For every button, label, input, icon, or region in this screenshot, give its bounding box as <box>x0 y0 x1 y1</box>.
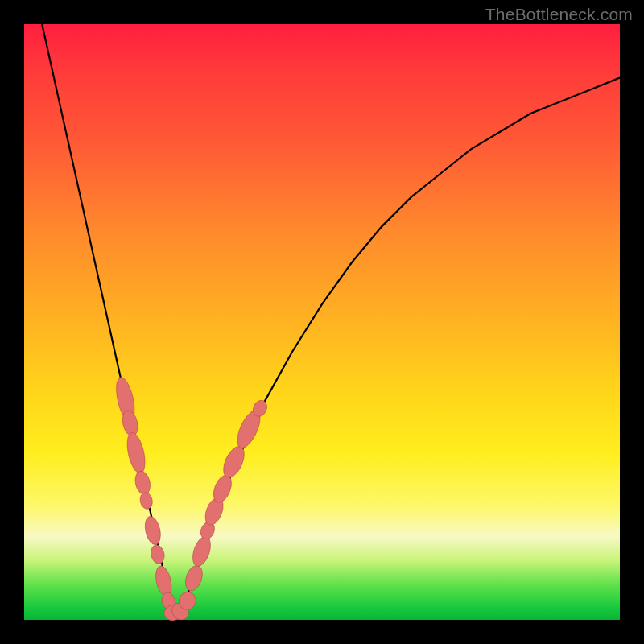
bead <box>142 515 163 547</box>
bead <box>183 564 206 593</box>
curve-svg <box>24 24 620 620</box>
bead <box>153 564 174 597</box>
chart-frame: TheBottleneck.com <box>0 0 644 644</box>
bead <box>189 535 213 568</box>
bead <box>138 491 154 510</box>
bead <box>133 469 152 496</box>
bead <box>149 543 166 565</box>
watermark-text: TheBottleneck.com <box>485 5 633 24</box>
bottleneck-curve <box>42 24 620 614</box>
bead-group <box>113 376 269 624</box>
bead <box>219 444 248 481</box>
bead <box>124 431 148 475</box>
plot-area <box>24 24 620 620</box>
